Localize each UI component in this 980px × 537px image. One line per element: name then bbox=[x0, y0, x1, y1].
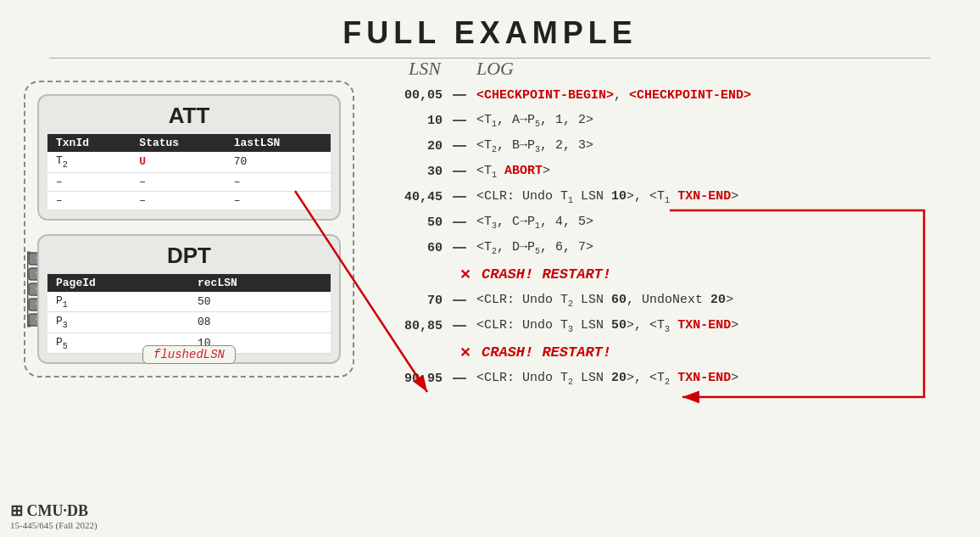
log-entry-4045: 40,45 <CLR: Undo T1 LSN 10>, <T1 TXN-END… bbox=[373, 185, 972, 209]
log-entry-9095: 90,95 <CLR: Undo T2 LSN 20>, <T2 TXN-END… bbox=[373, 366, 972, 390]
log-content-30: <T1 ABORT> bbox=[476, 164, 972, 180]
att-col-lastlsn: lastLSN bbox=[226, 134, 331, 152]
dpt-cell-reclsn-2: 08 bbox=[189, 312, 331, 333]
att-title: ATT bbox=[47, 103, 331, 129]
crash-row-1: ✕ CRASH! RESTART! bbox=[454, 261, 972, 287]
log-lsn-20: 20 bbox=[373, 139, 449, 154]
log-tick-70 bbox=[449, 299, 470, 301]
log-headers: LSN LOG bbox=[373, 58, 972, 80]
crash-row-2: ✕ CRASH! RESTART! bbox=[454, 339, 972, 365]
dpt-title: DPT bbox=[47, 243, 331, 269]
log-tick-30 bbox=[449, 171, 470, 172]
log-content-8085: <CLR: Undo T3 LSN 50>, <T3 TXN-END> bbox=[476, 318, 972, 334]
log-tick-60 bbox=[449, 247, 470, 249]
log-content-9095: <CLR: Undo T2 LSN 20>, <T2 TXN-END> bbox=[476, 371, 972, 387]
log-lsn-10: 10 bbox=[373, 114, 449, 128]
dpt-cell-reclsn-1: 50 bbox=[189, 292, 331, 312]
flushed-lsn-label: flushedLSN bbox=[142, 345, 236, 364]
footer: ⊞ CMU·DB 15-445/645 (Fall 2022) bbox=[10, 501, 97, 530]
log-entry-50: 50 <T3, C→P1, 4, 5> bbox=[373, 210, 972, 234]
log-entry-10: 10 <T1, A→P5, 1, 2> bbox=[373, 109, 972, 132]
att-cell-lastlsn-3: – bbox=[226, 191, 331, 210]
log-content-10: <T1, A→P5, 1, 2> bbox=[476, 113, 972, 129]
att-cell-status-2: – bbox=[131, 172, 225, 191]
att-cell-status-3: – bbox=[131, 191, 225, 210]
log-lsn-60: 60 bbox=[373, 241, 449, 255]
log-tick-20 bbox=[449, 145, 470, 147]
att-row-2: – – – bbox=[47, 172, 331, 191]
log-tick-10 bbox=[449, 120, 470, 121]
log-tick-0005 bbox=[449, 94, 470, 96]
att-cell-txnid-3: – bbox=[47, 191, 131, 210]
att-cell-lastlsn-1: 70 bbox=[226, 152, 331, 172]
log-content-60: <T2, D→P5, 6, 7> bbox=[476, 240, 972, 256]
log-header-lsn: LSN bbox=[373, 58, 449, 80]
att-col-status: Status bbox=[131, 134, 225, 152]
dpt-cell-pageid-2: P3 bbox=[47, 312, 189, 333]
log-tick-50 bbox=[449, 221, 470, 223]
att-row-1: T2 U 70 bbox=[47, 152, 331, 172]
dpt-col-pageid: PageId bbox=[47, 274, 189, 292]
att-row-3: – – – bbox=[47, 191, 331, 210]
att-cell-lastlsn-2: – bbox=[226, 172, 331, 191]
log-lsn-4045: 40,45 bbox=[373, 190, 449, 204]
log-content-0005: <CHECKPOINT-BEGIN>, <CHECKPOINT-END> bbox=[476, 88, 972, 103]
log-entry-60: 60 <T2, D→P5, 6, 7> bbox=[373, 236, 972, 260]
dpt-row-2: P3 08 bbox=[47, 312, 331, 333]
att-cell-txnid-1: T2 bbox=[47, 152, 131, 172]
att-cell-status-1: U bbox=[131, 152, 225, 172]
log-entry-8085: 80,85 <CLR: Undo T3 LSN 50>, <T3 TXN-END… bbox=[373, 314, 972, 338]
log-tick-9095 bbox=[449, 378, 470, 379]
log-lsn-30: 30 bbox=[373, 165, 449, 179]
dpt-row-1: P1 50 bbox=[47, 292, 331, 312]
log-entry-20: 20 <T2, B→P3, 2, 3> bbox=[373, 134, 972, 158]
att-col-txnid: TxnId bbox=[47, 134, 131, 152]
dpt-col-reclsn: recLSN bbox=[189, 274, 331, 292]
log-tick-8085 bbox=[449, 325, 470, 327]
att-box: ATT TxnId Status lastLSN T2 U 70 – – – bbox=[37, 94, 341, 221]
log-content-50: <T3, C→P1, 4, 5> bbox=[476, 215, 972, 231]
log-entry-0005: 00,05 <CHECKPOINT-BEGIN>, <CHECKPOINT-EN… bbox=[373, 83, 972, 107]
log-header-log: LOG bbox=[476, 58, 514, 80]
log-lsn-70: 70 bbox=[373, 294, 449, 308]
log-entry-30: 30 <T1 ABORT> bbox=[373, 159, 972, 183]
dpt-box: DPT PageId recLSN P1 50 P3 08 P5 bbox=[37, 234, 341, 365]
footer-logo: ⊞ CMU·DB bbox=[10, 501, 97, 520]
footer-course: 15-445/645 (Fall 2022) bbox=[10, 520, 97, 530]
log-content-70: <CLR: Undo T2 LSN 60, UndoNext 20> bbox=[476, 293, 972, 309]
dpt-table: PageId recLSN P1 50 P3 08 P5 10 bbox=[47, 274, 331, 355]
log-lsn-9095: 90,95 bbox=[373, 372, 449, 386]
att-cell-txnid-2: – bbox=[47, 172, 131, 191]
log-lsn-50: 50 bbox=[373, 215, 449, 230]
crash-text-2: CRASH! RESTART! bbox=[482, 344, 611, 361]
log-entry-70: 70 <CLR: Undo T2 LSN 60, UndoNext 20> bbox=[373, 288, 972, 312]
log-content-4045: <CLR: Undo T1 LSN 10>, <T1 TXN-END> bbox=[476, 189, 972, 205]
log-content-20: <T2, B→P3, 2, 3> bbox=[476, 138, 972, 154]
page-title: FULL EXAMPLE bbox=[0, 0, 980, 51]
crash-icon-2: ✕ bbox=[454, 344, 475, 361]
crash-text-1: CRASH! RESTART! bbox=[482, 266, 611, 282]
log-tick-4045 bbox=[449, 196, 470, 198]
log-lsn-8085: 80,85 bbox=[373, 319, 449, 333]
dpt-cell-pageid-1: P1 bbox=[47, 292, 189, 312]
log-area: LSN LOG 00,05 <CHECKPOINT-BEGIN>, <CHECK… bbox=[373, 58, 972, 392]
log-lsn-0005: 00,05 bbox=[373, 88, 449, 103]
left-panel: ATT TxnId Status lastLSN T2 U 70 – – – bbox=[24, 81, 354, 378]
crash-icon-1: ✕ bbox=[454, 266, 475, 282]
att-table: TxnId Status lastLSN T2 U 70 – – – – bbox=[47, 134, 331, 210]
